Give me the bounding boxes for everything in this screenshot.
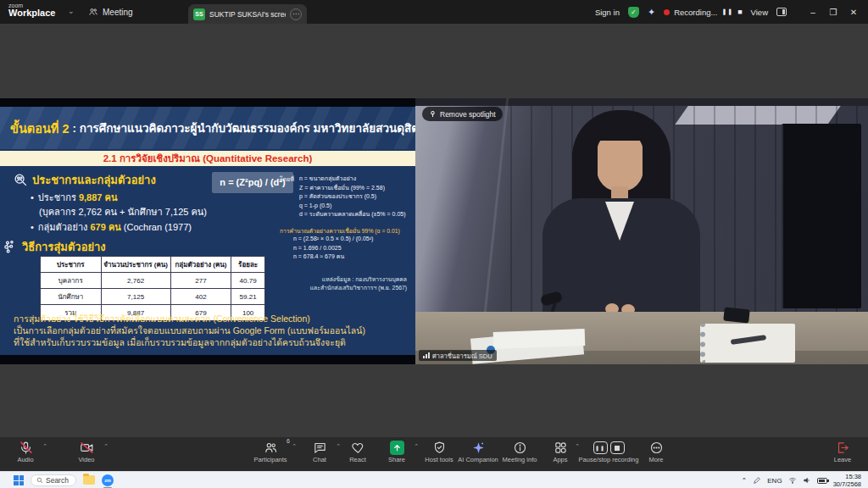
population-breakdown: (บุคลากร 2,762 คน + นักศึกษา 7,125 คน) <box>39 204 207 219</box>
mic-muted-icon <box>7 440 44 456</box>
table-cell: 7,125 <box>101 289 170 305</box>
stop-icon[interactable] <box>610 441 625 454</box>
share-button[interactable]: Share ⌃ <box>378 440 415 469</box>
recording-label: Recording... <box>674 8 717 17</box>
more-button[interactable]: More <box>641 440 671 469</box>
tab-shared-screen[interactable]: SS SUKTIP SUKSAI's screen ⋯ <box>188 4 307 24</box>
pause-icon[interactable]: ❚❚ <box>593 441 608 454</box>
text-line: q = 1-p (0.5) <box>299 202 406 211</box>
tab-meeting[interactable]: Meeting <box>88 0 133 24</box>
table-header-cell: กลุ่มตัวอย่าง (คน) <box>170 257 231 273</box>
restore-button[interactable]: ❐ <box>827 8 839 17</box>
text-line: n = 1.696 / 0.0025 <box>293 244 373 253</box>
people-icon <box>88 7 98 17</box>
video-tile[interactable]: Remove spotlight ศาลาชื่นอารมณ์ SDU <box>415 98 868 364</box>
chevron-up-icon[interactable]: ⌃ <box>42 443 47 450</box>
table-cell: บุคลากร <box>41 273 102 289</box>
slide-title: ขั้นตอนที่ 2 : การศึกษาแนวคิดภาวะผู้นำกั… <box>0 107 415 149</box>
camera-off-icon <box>68 440 105 456</box>
chevron-up-icon[interactable]: ⌃ <box>292 443 297 450</box>
speaker-icon[interactable] <box>803 476 811 485</box>
pause-stop-label: Pause/stop recording <box>568 456 649 464</box>
hidden-icons-chevron[interactable]: ⌃ <box>742 477 748 485</box>
search-placeholder: Search <box>46 476 69 485</box>
table-row: บุคลากร2,76227740.79 <box>41 273 265 289</box>
file-explorer-icon[interactable] <box>83 475 95 485</box>
share-label: Share <box>378 456 415 464</box>
taskbar-search[interactable]: Search <box>31 474 76 486</box>
info-icon <box>495 440 544 456</box>
sampling-section-heading: วิธีการสุ่มตัวอย่าง <box>3 238 106 256</box>
source-line: และสำนักส่งเสริมวิชาการฯ (พ.ย. 2567) <box>310 284 407 292</box>
leave-label: Leave <box>824 456 861 464</box>
view-layout-icon[interactable] <box>776 8 787 16</box>
table-cell: 2,762 <box>101 273 170 289</box>
view-button[interactable]: View <box>751 8 768 17</box>
recording-dot-icon <box>664 9 670 15</box>
chevron-down-icon[interactable]: ⌄ <box>68 7 75 15</box>
react-label: React <box>341 456 375 464</box>
table-row: นักศึกษา7,12540259.21 <box>41 289 265 305</box>
slide-footer-text: การสุ่มตัวอย่าง ใช้วิธีวิธีการคัดเลือกแบ… <box>14 313 365 348</box>
pause-recording-icon[interactable]: ❚❚ <box>721 8 733 15</box>
language-indicator[interactable]: ENG <box>767 477 782 485</box>
tab-shared-screen-label: SUKTIP SUKSAI's screen <box>209 10 286 19</box>
population-section-heading: ประชากรและกลุ่มตัวอย่าง <box>14 171 156 189</box>
start-button[interactable] <box>14 475 24 485</box>
sign-in-button[interactable]: Sign in <box>595 8 620 17</box>
participants-button[interactable]: 6 Participants ⌃ <box>248 440 293 469</box>
stop-recording-icon[interactable]: ■ <box>737 8 742 16</box>
signal-strength-icon <box>423 352 430 358</box>
formula-where-label: โดยที่ <box>280 175 294 184</box>
security-shield-icon[interactable]: ✓ <box>628 7 639 18</box>
ai-sparkle-icon[interactable]: ✦ <box>648 7 655 18</box>
text-line: n = 678.4 ≈ 679 คน <box>293 252 373 262</box>
taskbar-time: 15:38 <box>833 473 861 480</box>
meeting-info-button[interactable]: Meeting info <box>495 440 544 469</box>
more-ellipsis-icon <box>641 440 671 456</box>
pin-icon <box>429 110 437 118</box>
table-cell: 402 <box>170 289 231 305</box>
bullet-dot: • <box>31 222 34 232</box>
share-screen-icon <box>378 440 415 456</box>
notebook <box>700 324 795 363</box>
sample-label: กลุ่มตัวอย่าง <box>38 222 88 232</box>
pen-icon[interactable] <box>753 476 761 485</box>
video-button[interactable]: Video ⌃ <box>68 440 105 469</box>
text-line: d = ระดับความคลาดเคลื่อน (±5% = 0.05) <box>299 210 406 219</box>
react-button[interactable]: React <box>341 440 375 469</box>
bullet-dot: • <box>31 192 34 202</box>
pause-stop-recording-button[interactable]: ❚❚ Pause/stop recording <box>568 440 649 469</box>
text-line: n = ขนาดกลุ่มตัวอย่าง <box>299 175 406 184</box>
presentation-slide: ขั้นตอนที่ 2 : การศึกษาแนวคิดภาวะผู้นำกั… <box>0 107 415 355</box>
remove-spotlight-button[interactable]: Remove spotlight <box>422 107 503 121</box>
windows-taskbar: Search zm ⌃ ENG 15:38 30/7/2568 <box>0 471 868 488</box>
table-header-cell: ร้อยละ <box>231 257 265 273</box>
close-button[interactable]: ✕ <box>848 8 860 17</box>
leave-button[interactable]: Leave <box>824 440 861 469</box>
titlebar: zoom Workplace ⌄ Meeting SS SUKTIP SUKSA… <box>0 0 868 24</box>
zoom-app-icon[interactable]: zm <box>102 474 114 486</box>
sample-bullet: •กลุ่มตัวอย่าง 679 คน (Cochran (1977) <box>31 219 192 235</box>
chevron-up-icon[interactable]: ⌃ <box>103 443 108 450</box>
zoom-workplace-logo[interactable]: zoom Workplace <box>8 3 55 18</box>
participant-name-label: ศาลาชื่นอารมณ์ SDU <box>419 350 497 361</box>
source-line: แหล่งข้อมูล : กองบริหารงานบุคคล <box>310 275 407 284</box>
formula-where-lines: n = ขนาดกลุ่มตัวอย่างZ = ค่าความเชื่อมั่… <box>299 175 406 219</box>
table-cell: 59.21 <box>231 289 265 305</box>
audio-button[interactable]: Audio ⌃ <box>7 440 44 469</box>
chat-button[interactable]: Chat ⌃ <box>302 440 337 469</box>
text-line: เป็นการเลือกกลุ่มตัวอย่างที่สมัครใจตอบแบ… <box>14 324 365 336</box>
pause-stop-icons: ❚❚ <box>568 440 649 456</box>
minimize-button[interactable]: – <box>807 8 819 17</box>
meeting-info-label: Meeting info <box>495 456 544 464</box>
battery-icon[interactable] <box>817 478 827 484</box>
taskbar-clock[interactable]: 15:38 30/7/2568 <box>833 473 861 488</box>
wifi-icon[interactable] <box>788 476 797 485</box>
population-magnifier-icon <box>14 173 28 187</box>
sample-reference: (Cochran (1977) <box>124 222 192 232</box>
tab-options-icon[interactable]: ⋯ <box>290 8 302 20</box>
text-line: ที่ใช้สำหรับเก็บรวบรวมข้อมูล เมื่อเก็บรว… <box>14 336 365 348</box>
leave-door-icon <box>824 440 861 456</box>
table-header-row: ประชากรจำนวนประชากร (คน)กลุ่มตัวอย่าง (ค… <box>41 257 265 273</box>
